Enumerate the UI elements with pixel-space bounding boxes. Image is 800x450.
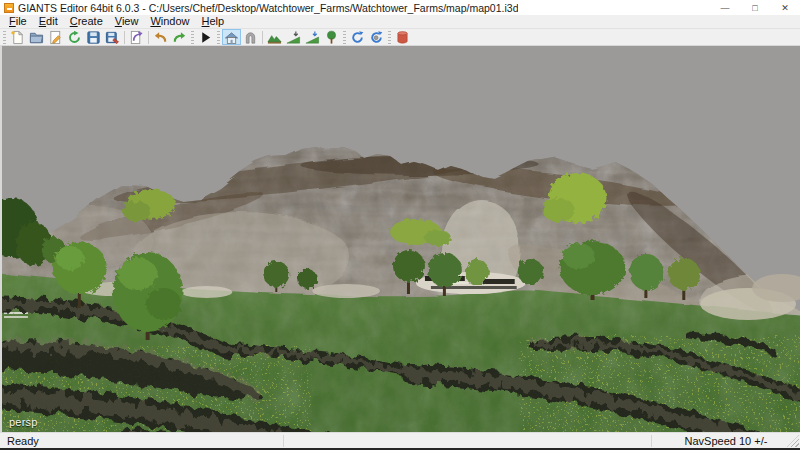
physics-settings-icon bbox=[369, 30, 384, 45]
app-logo-icon bbox=[4, 3, 14, 13]
physics-settings-button[interactable] bbox=[367, 29, 386, 45]
save-as-icon bbox=[105, 30, 120, 45]
status-bar: Ready NavSpeed 10 +/- bbox=[0, 432, 800, 448]
toolbar-handle bbox=[217, 31, 220, 44]
close-button[interactable]: ✕ bbox=[770, 0, 800, 15]
terrain-sculpt-icon bbox=[267, 30, 282, 45]
status-text: Ready bbox=[0, 435, 283, 447]
undo-button[interactable] bbox=[151, 29, 170, 45]
toolbar-separator bbox=[124, 31, 125, 44]
maximize-button[interactable]: □ bbox=[740, 0, 770, 15]
physics-update-icon bbox=[350, 30, 365, 45]
menu-help[interactable]: Help bbox=[196, 15, 231, 28]
toolbar-handle bbox=[388, 31, 391, 44]
menu-bar: FileEditCreateViewWindowHelp bbox=[0, 15, 800, 29]
undo-icon bbox=[153, 30, 168, 45]
camera-home-icon bbox=[224, 30, 239, 45]
toolbar bbox=[0, 29, 800, 46]
redo-button[interactable] bbox=[170, 29, 189, 45]
nav-speed: NavSpeed 10 +/- bbox=[652, 435, 800, 447]
foliage-paint-button[interactable] bbox=[322, 29, 341, 45]
camera-home-button[interactable] bbox=[222, 29, 241, 45]
save-button[interactable] bbox=[84, 29, 103, 45]
menu-file[interactable]: File bbox=[3, 15, 33, 28]
menu-window[interactable]: Window bbox=[144, 15, 195, 28]
minimize-button[interactable]: — bbox=[710, 0, 740, 15]
edit-file-button[interactable] bbox=[46, 29, 65, 45]
terrain-sculpt-button[interactable] bbox=[265, 29, 284, 45]
snap-magnet-button[interactable] bbox=[241, 29, 260, 45]
menu-view[interactable]: View bbox=[109, 15, 145, 28]
camera-label: persp bbox=[9, 416, 38, 428]
toolbar-handle bbox=[3, 31, 6, 44]
menu-create[interactable]: Create bbox=[64, 15, 109, 28]
purge-button[interactable] bbox=[393, 29, 412, 45]
giants-editor-window: GIANTS Editor 64bit 6.0.3 - C:/Users/Che… bbox=[0, 0, 800, 450]
reload-icon bbox=[67, 30, 82, 45]
open-folder-button[interactable] bbox=[27, 29, 46, 45]
terrain-paint-icon bbox=[305, 30, 320, 45]
menu-edit[interactable]: Edit bbox=[33, 15, 64, 28]
toolbar-handle bbox=[343, 31, 346, 44]
terrain-scene bbox=[2, 46, 800, 432]
terrain-paint-button[interactable] bbox=[303, 29, 322, 45]
new-file-icon bbox=[10, 30, 25, 45]
reload-button[interactable] bbox=[65, 29, 84, 45]
toolbar-separator bbox=[148, 31, 149, 44]
window-title: GIANTS Editor 64bit 6.0.3 - C:/Users/Che… bbox=[18, 2, 518, 14]
snap-magnet-icon bbox=[243, 30, 258, 45]
save-as-button[interactable] bbox=[103, 29, 122, 45]
open-folder-icon bbox=[29, 30, 44, 45]
import-icon bbox=[129, 30, 144, 45]
purge-icon bbox=[395, 30, 410, 45]
statusbar-divider bbox=[283, 435, 284, 447]
save-icon bbox=[86, 30, 101, 45]
edit-file-icon bbox=[48, 30, 63, 45]
viewport-3d[interactable]: persp bbox=[0, 46, 800, 432]
redo-icon bbox=[172, 30, 187, 45]
play-icon bbox=[198, 30, 213, 45]
terrain-lower-button[interactable] bbox=[284, 29, 303, 45]
new-file-button[interactable] bbox=[8, 29, 27, 45]
terrain-lower-icon bbox=[286, 30, 301, 45]
play-button[interactable] bbox=[196, 29, 215, 45]
toolbar-handle bbox=[191, 31, 194, 44]
import-button[interactable] bbox=[127, 29, 146, 45]
physics-update-button[interactable] bbox=[348, 29, 367, 45]
title-bar: GIANTS Editor 64bit 6.0.3 - C:/Users/Che… bbox=[0, 0, 800, 15]
foliage-paint-icon bbox=[324, 30, 339, 45]
toolbar-separator bbox=[262, 31, 263, 44]
